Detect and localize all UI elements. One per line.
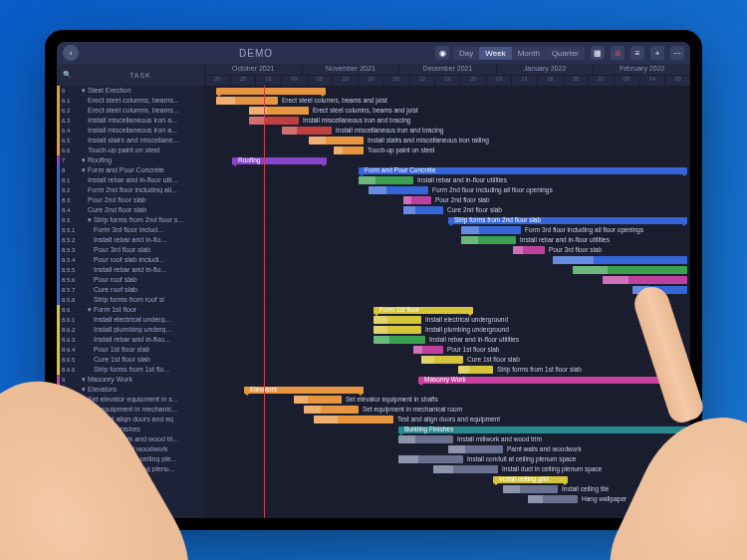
gantt-bar[interactable] [398,455,463,463]
gantt-row[interactable]: Install plumbing underground [204,325,690,335]
gantt-bar[interactable] [603,276,687,284]
gantt-bar[interactable] [403,206,443,214]
gantt-row[interactable]: Strip forms from 2nd floor slab [204,215,690,225]
gantt-bar[interactable] [528,495,578,503]
gantt-row[interactable]: roof slab including all floor [204,255,690,265]
gantt-row[interactable]: Form 1st floor [204,305,690,315]
task-row[interactable]: 8.3Pour 2nd floor slab [57,195,204,205]
gantt-bar[interactable] [433,465,498,473]
gantt-bar[interactable] [513,246,545,254]
gantt-row[interactable]: Touch-up paint on steel [204,145,690,155]
gantt-bar[interactable] [334,146,364,154]
task-row[interactable]: 8.6.3Install rebar and in-floo... [57,335,204,345]
search-icon[interactable]: 🔍 [57,71,77,79]
gantt-bar[interactable] [374,316,421,324]
task-row[interactable]: 8.5.4Pour roof slab includi... [57,255,204,265]
task-row[interactable]: 6▾ Steel Erection [57,86,204,96]
gantt-bar[interactable] [249,107,309,115]
gantt-row[interactable]: Form 2nd floor including all floor openi… [204,185,690,195]
task-row[interactable]: 8.6.4Pour 1st floor slab [57,345,204,355]
task-row[interactable]: 8.6▾ Form 1st floor [57,305,204,315]
back-button[interactable]: ‹ [63,45,79,61]
gantt-bar[interactable] [374,336,425,344]
task-row[interactable]: 8▾ Form and Pour Concrete [57,165,204,175]
gantt-bar[interactable] [413,346,443,354]
target-icon[interactable]: ⊕ [611,46,624,60]
task-row[interactable]: 6.5Install stairs and miscellane... [57,136,204,145]
gantt-row[interactable]: our roof slab [204,275,690,285]
gantt-row[interactable]: Install electrical underground [204,315,690,325]
task-row[interactable]: 8.5.7Cure roof slab [57,285,204,295]
gantt-row[interactable]: Install rebar and in-floor utilities [204,175,690,185]
zoom-day[interactable]: Day [453,47,479,60]
gantt-bar[interactable] [448,445,503,453]
task-row[interactable]: 8.4Cure 2nd floor slab [57,205,204,215]
task-row[interactable]: 6.6Touch-up paint on steel [57,145,204,155]
clock-icon[interactable]: ◉ [435,46,449,60]
task-row[interactable]: 8.5.1Form 3rd floor includ... [57,225,204,235]
gantt-bar[interactable] [503,485,558,493]
gantt-bar[interactable] [304,406,359,414]
task-row[interactable]: 7▾ Roofing [57,155,204,165]
gantt-bar[interactable] [216,97,278,105]
task-row[interactable]: 6.4Install miscellaneous iron a... [57,126,204,136]
gantt-row[interactable]: Install stairs and miscellaneous iron ra… [204,136,690,145]
task-row[interactable]: 8.5▾ Strip forms from 2nd floor s... [57,215,204,225]
gantt-row[interactable]: Cure 2nd floor slab [204,205,690,215]
gantt-row[interactable]: Install miscellaneous iron and bracing [204,126,690,136]
gantt-row[interactable] [204,86,690,96]
gantt-bar[interactable] [314,416,393,423]
gantt-bar[interactable] [458,366,493,374]
gantt-row[interactable]: Form and Pour Concrete [204,165,690,175]
task-row[interactable]: 8.5.3Pour 3rd floor slab [57,245,204,255]
gantt-row[interactable]: Pour 3rd floor slab [204,245,690,255]
gantt-row[interactable]: Cure roof s [204,285,690,295]
gantt-bar[interactable] [294,396,342,404]
gantt-bar[interactable] [461,236,516,244]
gantt-bar[interactable] [309,137,364,144]
gantt-row[interactable]: and in-floor utilities [204,265,690,275]
task-row[interactable]: 8.5.5Install rebar and in-flo... [57,265,204,275]
gantt-row[interactable] [204,295,690,305]
task-row[interactable]: 6.2Erect steel columns, beams... [57,106,204,116]
view-icon[interactable]: ▦ [591,46,605,60]
gantt-bar[interactable] [403,196,431,204]
task-row[interactable]: 8.5.6Pour roof slab [57,275,204,285]
gantt-bar[interactable] [369,186,428,194]
filter-icon[interactable]: ≡ [630,46,644,60]
gantt-row[interactable]: Form 3rd floor including all floor openi… [204,225,690,235]
task-row[interactable]: 8.2Form 2nd floor including all... [57,185,204,195]
zoom-week[interactable]: Week [479,47,511,60]
menu-icon[interactable]: ⋯ [670,46,684,60]
gantt-bar[interactable] [573,266,687,274]
gantt-bar[interactable] [249,117,299,125]
task-row[interactable]: 8.1Install rebar and in-floor util... [57,175,204,185]
gantt-row[interactable]: Roofing [204,155,690,165]
gantt-row[interactable]: Install miscellaneous iron and bracing [204,116,690,126]
gantt-bar[interactable] [553,256,687,264]
add-icon[interactable]: + [650,46,664,60]
gantt-row[interactable]: Install rebar and in-floor utilities [204,235,690,245]
gantt-row[interactable]: Erect steel columns, beams and joist [204,106,690,116]
task-row[interactable]: 8.6.1Install electrical underg... [57,315,204,325]
gantt-bar[interactable] [421,356,463,364]
gantt-bar[interactable] [374,326,421,334]
task-row[interactable]: 9▾ Masonry Work [57,375,204,385]
task-row[interactable]: 6.3Install miscellaneous iron a... [57,116,204,126]
task-row[interactable]: 8.6.5Cure 1st floor slab [57,355,204,365]
task-row[interactable]: 6.1Erect steel columns, beams... [57,96,204,106]
gantt-bar[interactable] [216,88,326,95]
gantt-row[interactable]: Erect steel columns, beams and joist [204,96,690,106]
gantt-bar[interactable] [398,435,453,443]
task-row[interactable]: 8.6.2Install plumbing underg... [57,325,204,335]
gantt-bar[interactable] [359,176,413,184]
task-row[interactable]: 8.5.8Strip forms from roof sl [57,295,204,305]
zoom-quarter[interactable]: Quarter [546,47,585,60]
gantt-row[interactable]: Pour 2nd floor slab [204,195,690,205]
gantt-bar[interactable] [282,127,332,135]
gantt-bar[interactable] [461,226,521,234]
task-row[interactable]: 8.5.2Install rebar and in-flo... [57,235,204,245]
timeline-header[interactable]: October 2021November 2021December 2021Ja… [204,64,690,86]
task-row[interactable]: 8.6.6Strip forms from 1st flo... [57,365,204,375]
zoom-month[interactable]: Month [512,47,546,60]
